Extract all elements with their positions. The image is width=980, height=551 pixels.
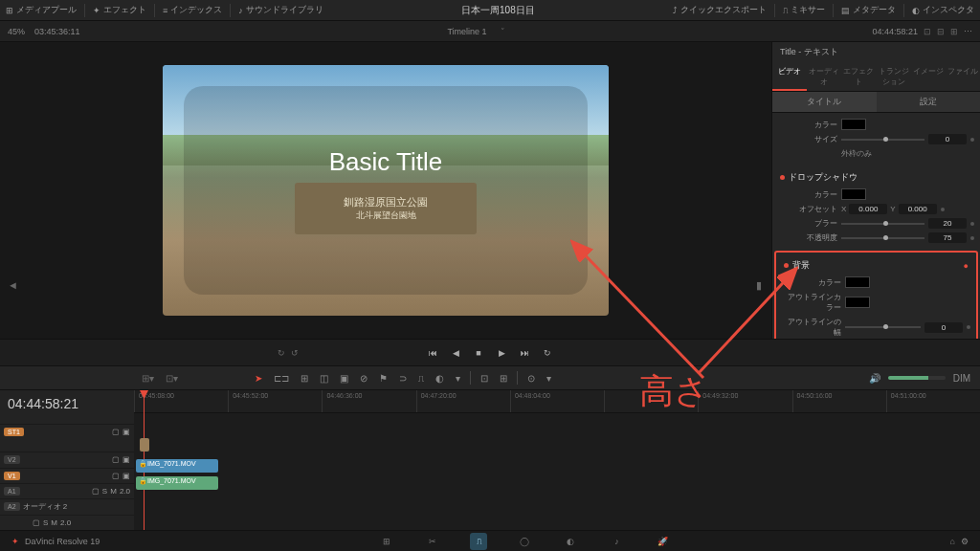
mark-in-icon[interactable]: ◄ xyxy=(8,279,18,291)
solo-icon[interactable]: M xyxy=(110,487,117,496)
keyframe-dot[interactable] xyxy=(941,208,945,211)
ds-offset-x[interactable]: 0.000 xyxy=(849,204,887,214)
quickexport-button[interactable]: ⤴クイックエクスポート xyxy=(673,4,767,17)
size-value[interactable]: 0 xyxy=(928,134,967,144)
bg-outline-swatch[interactable] xyxy=(845,297,870,308)
track-v1[interactable]: V1 xyxy=(4,472,20,480)
section-dropshadow[interactable]: ドロップシャドウ xyxy=(789,171,858,184)
size-slider[interactable] xyxy=(841,139,924,141)
audio-clip[interactable]: 🔒IMG_7071.MOV xyxy=(136,476,218,490)
ds-offset-y[interactable]: 0.000 xyxy=(899,204,937,214)
track-toggle-icon[interactable]: ▢ xyxy=(33,518,40,527)
video-clip[interactable]: 🔒IMG_7071.MOV xyxy=(136,459,218,473)
tab-file[interactable]: ファイル xyxy=(946,62,980,91)
page-edit[interactable]: ⎍ xyxy=(470,533,487,550)
tab-effect[interactable]: エフェクト xyxy=(841,62,876,91)
tool-icon[interactable]: ▾ xyxy=(454,371,462,386)
tool-icon[interactable]: ◫ xyxy=(318,371,330,386)
section-background[interactable]: 背景 xyxy=(792,259,810,272)
volume-slider[interactable] xyxy=(888,376,946,380)
volume-icon[interactable]: 🔊 xyxy=(869,373,880,384)
blade-tool[interactable]: ⊞ xyxy=(299,371,310,386)
page-deliver[interactable]: 🚀 xyxy=(654,533,671,550)
color-swatch[interactable] xyxy=(841,119,866,130)
expand-icon[interactable]: ⋯ xyxy=(964,27,972,36)
mark-out-icon[interactable]: ▮ xyxy=(756,279,762,292)
timecode-right[interactable]: 04:44:58:21 xyxy=(872,27,918,36)
timeline-name[interactable]: Timeline 1 xyxy=(447,27,486,36)
dim-button[interactable]: DIM xyxy=(953,373,970,384)
timeline-ruler[interactable]: 04:45:08:00 04:45:52:00 04:46:36:00 04:4… xyxy=(134,390,980,413)
viewer-frame[interactable]: Basic Title 釧路湿原国立公園 北斗展望台園地 xyxy=(163,65,609,316)
tab-video[interactable]: ビデオ xyxy=(772,62,807,91)
page-cut[interactable]: ✂ xyxy=(424,533,441,550)
track-a2[interactable]: A2 xyxy=(4,502,20,511)
solo-icon[interactable]: M xyxy=(51,518,57,527)
bg-outline-width-slider[interactable] xyxy=(845,326,921,328)
zoom-level[interactable]: 45% xyxy=(8,27,25,36)
bg-color-swatch[interactable] xyxy=(845,276,870,288)
loop-icon[interactable]: ↻ xyxy=(278,348,285,358)
link-tool[interactable]: ⊘ xyxy=(358,371,369,386)
tool-icon[interactable]: ⎍ xyxy=(416,371,426,386)
ds-opacity-slider[interactable] xyxy=(841,237,924,239)
track-toggle-icon[interactable]: ▢ xyxy=(112,455,120,464)
keyframe-dot[interactable] xyxy=(967,325,970,329)
tool-icon[interactable]: ⊞ xyxy=(950,27,958,36)
page-color[interactable]: ◐ xyxy=(562,533,579,550)
tool-icon[interactable]: ⊞▾ xyxy=(140,371,156,386)
ds-blur-slider[interactable] xyxy=(841,223,924,225)
page-fairlight[interactable]: ♪ xyxy=(608,533,625,550)
track-toggle-icon[interactable]: ▣ xyxy=(122,472,130,480)
track-toggle-icon[interactable]: ▢ xyxy=(92,487,100,496)
inspector-button[interactable]: ◐インスペクタ xyxy=(912,4,974,17)
tool-icon[interactable]: ⊡ xyxy=(479,371,490,386)
page-media[interactable]: ⊞ xyxy=(378,533,395,550)
tool-icon[interactable]: ⊞ xyxy=(498,371,509,386)
mixer-button[interactable]: ⎍ミキサー xyxy=(783,4,825,17)
search-tool[interactable]: ⊙ xyxy=(525,371,537,386)
track-st1[interactable]: ST1 xyxy=(4,428,24,436)
tool-icon[interactable]: ◐ xyxy=(434,371,446,386)
track-a1[interactable]: A1 xyxy=(4,487,20,496)
tool-icon[interactable]: ⊡▾ xyxy=(164,371,180,386)
tool-icon[interactable]: ⊟ xyxy=(937,27,945,36)
tab-transition[interactable]: トランジション xyxy=(877,62,911,91)
step-back-button[interactable]: ◀ xyxy=(449,346,462,360)
subtab-title[interactable]: タイトル xyxy=(772,92,877,112)
tab-image[interactable]: イメージ xyxy=(911,62,946,91)
loop-icon[interactable]: ↺ xyxy=(291,348,299,358)
track-toggle-icon[interactable]: ▣ xyxy=(122,455,130,464)
arrow-tool[interactable]: ➤ xyxy=(253,371,264,386)
mediapool-menu[interactable]: ⊞メディアプール xyxy=(6,4,77,16)
flag-tool[interactable]: ⚑ xyxy=(377,371,390,386)
mute-icon[interactable]: S xyxy=(102,487,107,496)
keyframe-dot[interactable] xyxy=(970,222,974,226)
metadata-button[interactable]: ▤メタデータ xyxy=(841,4,896,17)
track-toggle-icon[interactable]: ▢ xyxy=(112,428,120,436)
loop-button[interactable]: ↻ xyxy=(541,346,554,360)
settings-icon[interactable]: ⚙ xyxy=(961,537,969,546)
track-toggle-icon[interactable]: ▣ xyxy=(122,428,130,436)
tool-icon[interactable]: ▾ xyxy=(545,371,553,386)
keyframe-dot[interactable] xyxy=(970,236,974,240)
stop-button[interactable]: ■ xyxy=(472,346,485,360)
soundlib-menu[interactable]: ♪サウンドライブラリ xyxy=(238,4,323,16)
tool-icon[interactable]: ▣ xyxy=(338,371,350,386)
ds-color-swatch[interactable] xyxy=(841,188,866,200)
next-clip-button[interactable]: ⏭ xyxy=(518,346,531,360)
subtab-settings[interactable]: 設定 xyxy=(877,92,981,112)
timeline-timecode[interactable]: 04:44:58:21 xyxy=(0,390,134,417)
ds-opacity-value[interactable]: 75 xyxy=(928,232,967,243)
prev-clip-button[interactable]: ⏮ xyxy=(426,346,439,360)
timecode-left[interactable]: 03:45:36:11 xyxy=(34,27,80,36)
outline-only-label[interactable]: 外枠のみ xyxy=(841,148,872,159)
track-toggle-icon[interactable]: ▢ xyxy=(112,472,120,480)
index-menu[interactable]: ≡インデックス xyxy=(163,4,222,16)
subtitle-clip[interactable] xyxy=(140,438,149,452)
page-fusion[interactable]: ◯ xyxy=(516,533,533,550)
track-v2[interactable]: V2 xyxy=(4,455,20,464)
effects-menu[interactable]: ✦エフェクト xyxy=(93,4,146,16)
ds-blur-value[interactable]: 20 xyxy=(928,218,967,229)
keyframe-dot[interactable] xyxy=(970,138,974,142)
